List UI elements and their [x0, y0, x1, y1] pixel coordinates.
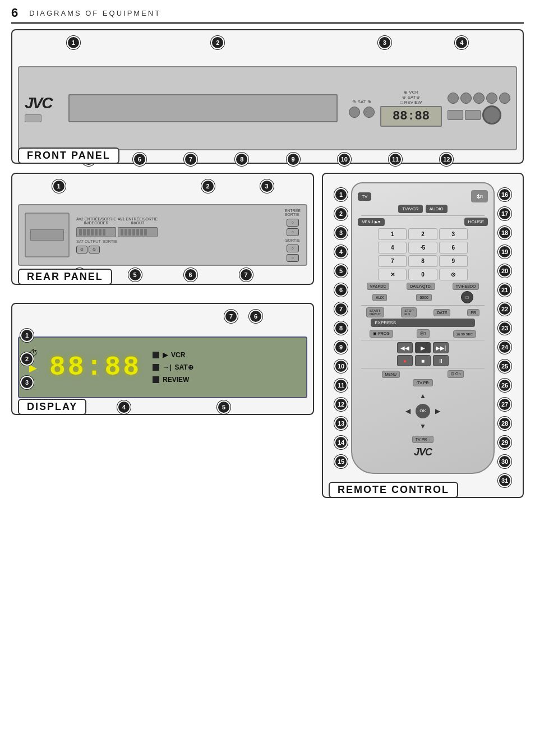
- r-dpad: ▲ ◀ OK ▶ ▼: [400, 389, 445, 434]
- r-express-button[interactable]: EXPRESS: [371, 319, 475, 327]
- fp-button-a[interactable]: [349, 107, 360, 118]
- r-qmark-button[interactable]: ⓪?: [417, 329, 430, 338]
- rp-port-av1: [118, 227, 158, 237]
- rp-rf-out[interactable]: ○: [287, 254, 299, 262]
- rp-pins-av1: [121, 229, 155, 236]
- fp-rect-1[interactable]: [448, 110, 463, 120]
- r-callout-18: 18: [498, 226, 511, 239]
- r-start-button[interactable]: STARTDÉBUT: [366, 307, 384, 317]
- dp-clock-display: 88:88: [49, 352, 141, 382]
- dp-vcr-row: ▶ VCR: [153, 351, 193, 359]
- r-tv-button[interactable]: TV: [358, 192, 371, 201]
- dp-review-row: REVIEW: [153, 376, 193, 384]
- r-sep-4: [361, 368, 485, 368]
- r-menu-button[interactable]: MENU: [382, 371, 400, 378]
- rp-small-btn-2[interactable]: ⊙: [89, 246, 100, 253]
- r-house-button[interactable]: HOUSE: [464, 218, 488, 226]
- r-dpad-right[interactable]: ▶: [430, 404, 445, 419]
- r-dpad-up[interactable]: ▲: [416, 389, 431, 404]
- rp-audio-out[interactable]: ○: [287, 228, 299, 236]
- rear-panel-inner: AV2 ENTRÉE/SORTIEIN/DECODER AV1 ENTRÉE/: [18, 204, 307, 266]
- r-num-circle[interactable]: ⊙: [439, 269, 468, 280]
- r-pr-button[interactable]: PR: [467, 309, 479, 316]
- r-prog-button[interactable]: ▣ PROG: [370, 330, 393, 338]
- fp-knob[interactable]: [482, 105, 501, 125]
- r-dpad-center[interactable]: OK: [416, 404, 430, 418]
- r-skip30-button[interactable]: ⟩⟩⟩ 30 SEC: [453, 330, 476, 338]
- r-callout-7: 7: [334, 302, 348, 316]
- r-sep-3: [361, 340, 485, 340]
- r-num-9[interactable]: 9: [439, 255, 468, 267]
- r-pause-button[interactable]: ⏸: [433, 355, 449, 366]
- r-callout-2: 2: [334, 207, 348, 220]
- r-callout-28: 28: [498, 417, 511, 430]
- fp-callout-4: 4: [455, 36, 468, 49]
- fp-callout-3: 3: [378, 36, 391, 49]
- r-num-7[interactable]: 7: [378, 255, 407, 267]
- r-callout-19: 19: [498, 245, 511, 259]
- r-audio-button[interactable]: AUDIO: [426, 205, 448, 213]
- fp-rect-2[interactable]: [465, 110, 481, 120]
- r-stop-button[interactable]: STOPFIN: [401, 307, 417, 317]
- r-numpad: 1 2 3 4 ·5 6 7 8 9 ✕ 0 ⊙: [378, 228, 468, 280]
- rp-tv-out[interactable]: ○: [287, 245, 299, 252]
- r-tvvcr-button[interactable]: TV/VCR: [398, 205, 422, 213]
- r-callout-10: 10: [334, 359, 348, 373]
- r-tv-pb-button[interactable]: ·TV PB·: [413, 379, 433, 386]
- lower-row: 1 2 3 AV2 ENTRÉE/SORTIEIN/DECODER: [11, 173, 524, 507]
- r-sep-1: [361, 215, 485, 216]
- rp-small-btn-1[interactable]: ⊙: [76, 246, 87, 253]
- dp-review-label: REVIEW: [163, 376, 189, 384]
- display-panel-box: 7 6 ⏱ ▶ ● 88:88 ▶ VCR: [11, 303, 314, 415]
- fp-ctrl-4[interactable]: [486, 93, 497, 104]
- r-callout-3: 3: [334, 226, 348, 239]
- r-rec-button[interactable]: ●: [397, 355, 413, 366]
- r-num-x[interactable]: ✕: [378, 269, 407, 280]
- r-fwd-button[interactable]: ▶▶|: [433, 342, 449, 353]
- r-0000-button[interactable]: 0000: [416, 294, 432, 301]
- r-callout-5: 5: [334, 264, 348, 278]
- r-num-3[interactable]: 3: [439, 228, 468, 240]
- r-dpad-down[interactable]: ▼: [416, 418, 431, 434]
- r-play-button[interactable]: ▶: [415, 342, 431, 353]
- r-date-button[interactable]: DATE: [433, 309, 450, 316]
- r-power-button[interactable]: ⏻/I: [471, 190, 488, 202]
- fp-ctrl-1[interactable]: [448, 93, 459, 104]
- r-daily-button[interactable]: DAILY/QTD.: [407, 283, 435, 290]
- r-num-1[interactable]: 1: [378, 228, 407, 240]
- dp-callout-5: 5: [217, 400, 230, 414]
- r-num-2[interactable]: 2: [408, 228, 437, 240]
- fp-button-b[interactable]: [363, 107, 375, 118]
- r-callout-1: 1: [334, 188, 348, 201]
- r-num-6[interactable]: 6: [439, 242, 468, 253]
- rp-video-out[interactable]: ○: [287, 219, 299, 227]
- dp-arrow-right2: →|: [163, 363, 171, 371]
- r-num-4[interactable]: 4: [378, 242, 407, 253]
- fp-ctrl-2[interactable]: [460, 93, 472, 104]
- r-sep-2: [361, 305, 485, 306]
- r-menu-nav-button[interactable]: MENU ▶▼: [358, 218, 385, 226]
- r-on-off-button[interactable]: ⊡ On: [448, 370, 464, 378]
- r-rew-button[interactable]: ◀◀: [397, 342, 413, 353]
- r-tv-hebdo-button[interactable]: TV/HEBDO: [453, 283, 479, 290]
- r-num-8[interactable]: 8: [408, 255, 437, 267]
- r-stop-transport-button[interactable]: ■: [415, 355, 431, 366]
- r-vp-pdc-button[interactable]: VP&PDC: [367, 283, 390, 290]
- r-callout-25: 25: [498, 359, 511, 373]
- dp-arrow-right: ▶: [163, 351, 168, 359]
- fp-ctrl-3[interactable]: [473, 93, 485, 104]
- r-callout-29: 29: [498, 436, 511, 449]
- r-callout-9: 9: [334, 340, 348, 354]
- r-num-5[interactable]: ·5: [408, 242, 437, 253]
- r-row-3: MENU ▶▼ HOUSE: [358, 218, 488, 226]
- fp-ctrl-5[interactable]: [499, 93, 510, 104]
- r-aux-button[interactable]: AUX: [372, 294, 387, 301]
- rear-panel-label: REAR PANEL: [18, 269, 112, 285]
- r-express-row: EXPRESS: [358, 319, 488, 327]
- r-circle-btn[interactable]: □: [461, 291, 473, 303]
- rp-port-av2: [76, 227, 116, 237]
- r-tvpr-button[interactable]: TV PR –: [412, 436, 433, 443]
- fp-callout-12: 12: [440, 153, 453, 166]
- r-dpad-left[interactable]: ◀: [400, 404, 416, 419]
- r-num-0[interactable]: 0: [408, 269, 437, 280]
